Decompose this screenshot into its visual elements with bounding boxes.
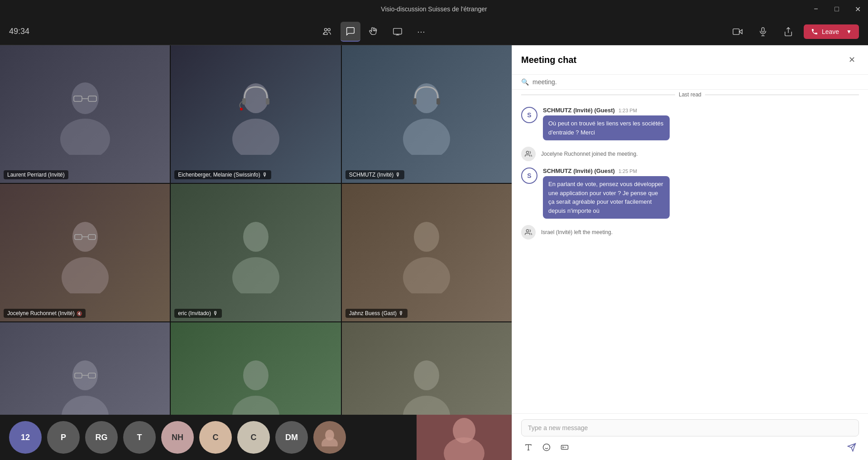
svg-point-25 xyxy=(243,222,269,252)
window-title: Visio-discussion Suisses de l'étranger xyxy=(381,5,487,13)
mic-muted-jocelyne: 🔇 xyxy=(77,311,82,316)
svg-point-1 xyxy=(328,28,331,30)
msg-header-2: SCHMUTZ (Invité) (Guest) 1:25 PM xyxy=(543,168,859,174)
svg-point-0 xyxy=(325,28,327,30)
participants-button[interactable] xyxy=(317,22,337,42)
mic-icon-melanie: 🎙 xyxy=(262,172,268,178)
chat-search-area: 🔍 meeting. xyxy=(512,75,868,90)
svg-point-16 xyxy=(414,83,439,113)
meeting-timer: 49:34 xyxy=(9,27,45,36)
main-content: Laurent Perriard (Invité) Eiche xyxy=(0,45,868,460)
system-leave-icon xyxy=(521,225,536,240)
gif-button[interactable] xyxy=(557,440,572,455)
chat-button[interactable] xyxy=(340,22,360,42)
svg-point-15 xyxy=(240,108,243,110)
msg-sender-1: SCHMUTZ (Invité) (Guest) xyxy=(543,107,615,114)
svg-point-43 xyxy=(526,151,528,153)
video-feed-jocelyne xyxy=(0,184,170,321)
svg-point-45 xyxy=(543,444,550,451)
svg-point-27 xyxy=(414,222,439,252)
video-feed-eric xyxy=(171,184,340,321)
svg-point-28 xyxy=(403,257,450,293)
format-button[interactable] xyxy=(521,440,536,455)
video-cell-melanie: Eichenberger, Melanie (Swissinfo) 🎙 xyxy=(171,45,340,183)
input-tools-left xyxy=(521,440,572,455)
video-feed-jahnz xyxy=(342,184,512,321)
title-bar: Visio-discussion Suisses de l'étranger −… xyxy=(0,0,868,18)
camera-button[interactable] xyxy=(728,22,748,42)
video-label-laurent: Laurent Perriard (Invité) xyxy=(4,170,68,179)
minimize-button[interactable]: − xyxy=(806,0,826,18)
maximize-button[interactable]: □ xyxy=(826,0,847,18)
avatar-NH[interactable]: NH xyxy=(161,421,194,454)
mic-icon-schmutz: 🎙 xyxy=(395,172,401,178)
svg-point-12 xyxy=(232,119,279,155)
send-button[interactable] xyxy=(844,440,859,455)
chat-close-button[interactable]: ✕ xyxy=(844,53,859,67)
svg-point-26 xyxy=(232,257,279,293)
mic-icon-eric: 🎙 xyxy=(213,310,218,316)
video-grid: Laurent Perriard (Invité) Eiche xyxy=(0,45,512,460)
avatar-12[interactable]: 12 xyxy=(9,421,42,454)
raise-hand-button[interactable] xyxy=(364,22,384,42)
microphone-button[interactable] xyxy=(753,22,773,42)
share-screen-button[interactable] xyxy=(388,22,408,42)
system-join-icon xyxy=(521,147,536,161)
leave-chevron-icon: ▼ xyxy=(846,29,852,35)
svg-point-39 xyxy=(321,437,338,446)
svg-point-21 xyxy=(62,257,109,293)
avatar-schmutz-1: S xyxy=(521,107,537,123)
msg-bubble-2: En parlant de vote, pensez vous développ… xyxy=(543,176,670,219)
video-feed-melanie xyxy=(171,45,340,183)
chat-input-box[interactable]: Type a new message xyxy=(521,419,859,436)
chat-input-toolbar xyxy=(521,440,859,455)
video-cell-jocelyne: Jocelyne Ruchonnet (Invité) 🔇 xyxy=(0,184,170,321)
avatar-C1[interactable]: C xyxy=(199,421,232,454)
last-read-line-left xyxy=(521,95,675,95)
leave-button-group[interactable]: Leave ▼ xyxy=(804,24,859,39)
chat-header: Meeting chat ✕ xyxy=(512,45,868,75)
svg-point-44 xyxy=(526,230,528,232)
msg-content-1: SCHMUTZ (Invité) (Guest) 1:23 PM Où peut… xyxy=(543,107,859,140)
video-label-jahnz: Jahnz Buess (Gast) 🎙 xyxy=(345,309,408,318)
meeting-toolbar: 49:34 xyxy=(0,18,868,45)
svg-point-36 xyxy=(414,360,439,390)
msg-time-2: 1:25 PM xyxy=(619,168,637,174)
self-video-preview xyxy=(417,415,512,460)
avatar-schmutz-2: S xyxy=(521,168,537,184)
chat-panel: Meeting chat ✕ 🔍 meeting. Last read S SC xyxy=(512,45,868,460)
more-options-button[interactable]: ⋯ xyxy=(411,22,431,42)
svg-rect-5 xyxy=(762,27,764,32)
avatar-T[interactable]: T xyxy=(123,421,156,454)
last-read-label: Last read xyxy=(675,91,705,98)
svg-point-17 xyxy=(403,119,450,155)
svg-rect-19 xyxy=(436,98,440,105)
msg-bubble-1: Où peut on trouvé les liens vers les soc… xyxy=(543,115,670,140)
system-joined-text: Jocelyne Ruchonnet joined the meeting. xyxy=(541,151,638,157)
avatar-DM[interactable]: DM xyxy=(275,421,308,454)
chat-input-area: Type a new message xyxy=(512,413,868,460)
video-cell-jahnz: Jahnz Buess (Gast) 🎙 xyxy=(342,184,512,321)
msg-sender-2: SCHMUTZ (Invité) (Guest) xyxy=(543,168,615,174)
toolbar-center: ⋯ xyxy=(317,22,431,42)
video-cell-laurent: Laurent Perriard (Invité) xyxy=(0,45,170,183)
chat-search-text: meeting. xyxy=(532,78,557,86)
msg-header-1: SCHMUTZ (Invité) (Guest) 1:23 PM xyxy=(543,107,859,114)
chat-messages[interactable]: S SCHMUTZ (Invité) (Guest) 1:23 PM Où pe… xyxy=(512,100,868,413)
avatar-RG[interactable]: RG xyxy=(85,421,118,454)
close-button[interactable]: ✕ xyxy=(847,0,868,18)
svg-marker-3 xyxy=(739,29,742,34)
emoji-button[interactable] xyxy=(539,440,554,455)
leave-button[interactable]: Leave ▼ xyxy=(804,24,859,39)
avatar-P[interactable]: P xyxy=(47,421,80,454)
svg-point-6 xyxy=(72,82,99,114)
svg-rect-13 xyxy=(242,98,246,105)
video-label-jocelyne: Jocelyne Ruchonnet (Invité) 🔇 xyxy=(4,309,86,318)
video-label-melanie: Eichenberger, Melanie (Swissinfo) 🎙 xyxy=(174,170,271,179)
svg-point-7 xyxy=(60,119,110,155)
window-controls: − □ ✕ xyxy=(806,0,868,18)
avatar-C2[interactable]: C xyxy=(237,421,270,454)
avatar-photo[interactable] xyxy=(313,421,346,454)
share-button[interactable] xyxy=(778,22,798,42)
video-cell-eric: eric (Invitado) 🎙 xyxy=(171,184,340,321)
